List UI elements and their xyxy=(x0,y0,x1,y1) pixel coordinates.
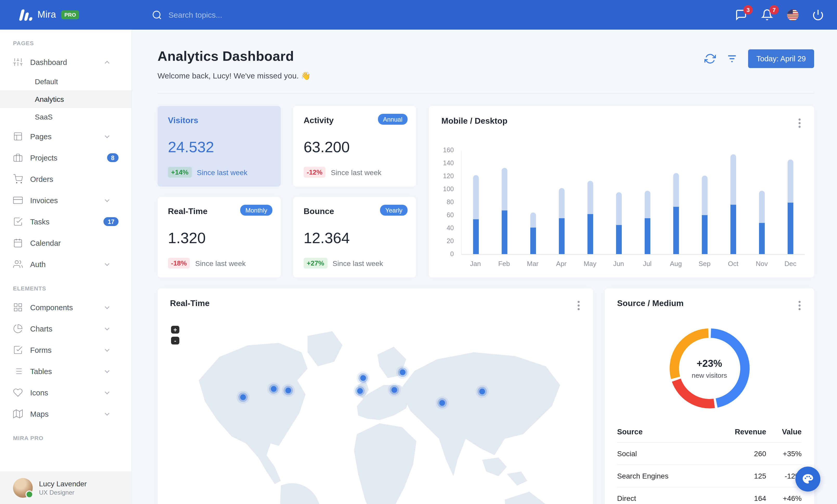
realtime-map-card: Real-Time + - xyxy=(158,288,593,504)
chevron-down-icon xyxy=(103,196,111,204)
heart-icon xyxy=(13,388,23,397)
stat-card-realtime: Real-Time Monthly 1.320 -18% Since last … xyxy=(158,197,281,278)
pie-chart-icon xyxy=(13,324,23,334)
notifications-button[interactable]: 7 xyxy=(761,8,773,21)
language-flag-us[interactable] xyxy=(787,9,799,20)
header-divider xyxy=(158,93,814,94)
main-content: Analytics Dashboard Welcome back, Lucy! … xyxy=(132,30,837,504)
sidebar-item-pages[interactable]: Pages xyxy=(0,126,131,147)
app-root: Mira PRO 3 7 Pages Dashboard xyxy=(0,0,837,504)
sidebar-item-charts[interactable]: Charts xyxy=(0,318,131,339)
projects-count-badge: 8 xyxy=(107,153,119,162)
delta-badge: +14% xyxy=(168,167,192,178)
map-zoom-in-button[interactable]: + xyxy=(171,326,179,334)
chevron-down-icon xyxy=(103,388,111,397)
x-tick-label: Nov xyxy=(748,260,776,267)
messages-button[interactable]: 3 xyxy=(735,8,748,21)
more-options-icon[interactable] xyxy=(798,299,802,312)
column-header-source: Source xyxy=(617,423,710,443)
table-row: Search Engines 125 -12% xyxy=(617,465,802,487)
sidebar-item-saas[interactable]: SaaS xyxy=(0,108,131,126)
bar-group xyxy=(748,190,776,254)
users-icon xyxy=(13,259,23,269)
sidebar-item-maps[interactable]: Maps xyxy=(0,403,131,425)
sidebar-item-orders[interactable]: Orders xyxy=(0,168,131,190)
brand[interactable]: Mira PRO xyxy=(0,9,132,20)
top-row: Visitors 24.532 +14% Since last week Act… xyxy=(158,106,814,278)
map-card-title: Real-Time xyxy=(170,299,210,308)
stat-card-bounce: Bounce Yearly 12.364 +27% Since last wee… xyxy=(293,197,416,278)
map-zoom-out-button[interactable]: - xyxy=(171,337,179,344)
sidebar-user[interactable]: Lucy Lavender UX Designer xyxy=(0,471,131,504)
sidebar-item-default[interactable]: Default xyxy=(0,73,131,90)
sign-out-button[interactable] xyxy=(812,8,824,21)
pro-badge: PRO xyxy=(61,11,79,19)
refresh-icon[interactable] xyxy=(705,53,716,64)
y-tick-label: 80 xyxy=(447,199,454,206)
x-tick-label: Dec xyxy=(776,260,805,267)
bar-group xyxy=(662,173,690,254)
sidebar-item-tasks[interactable]: Tasks 17 xyxy=(0,211,131,232)
sidebar-item-calendar[interactable]: Calendar xyxy=(0,232,131,254)
bar-group xyxy=(776,159,805,254)
sidebar-item-analytics[interactable]: Analytics xyxy=(0,90,131,108)
x-tick-label: Jan xyxy=(461,260,490,267)
sidebar-item-icons[interactable]: Icons xyxy=(0,382,131,403)
more-options-icon[interactable] xyxy=(798,116,802,130)
map-marker[interactable] xyxy=(360,375,366,381)
stat-caption: Since last week xyxy=(195,259,246,267)
map-marker[interactable] xyxy=(240,394,246,400)
bottom-row: Real-Time + - xyxy=(158,288,814,504)
map-marker[interactable] xyxy=(400,369,406,375)
period-pill[interactable]: Annual xyxy=(378,114,408,125)
sliders-icon xyxy=(13,57,23,67)
welcome-message: Welcome back, Lucy! We've missed you. 👋 xyxy=(158,71,814,80)
y-tick-label: 140 xyxy=(443,160,454,167)
x-tick-label: Sep xyxy=(690,260,719,267)
bar-chart-y-axis: 020406080100120140160 xyxy=(441,150,457,254)
bar-group xyxy=(633,190,662,254)
shopping-cart-icon xyxy=(13,174,23,184)
map-marker[interactable] xyxy=(391,387,397,393)
navbar-search xyxy=(152,10,735,20)
sidebar-item-tables[interactable]: Tables xyxy=(0,360,131,382)
map-marker[interactable] xyxy=(271,386,277,392)
stat-card-visitors: Visitors 24.532 +14% Since last week xyxy=(158,106,281,187)
x-tick-label: Jul xyxy=(633,260,661,267)
stat-value: 1.320 xyxy=(168,230,270,247)
y-tick-label: 20 xyxy=(447,238,454,245)
sidebar-item-auth[interactable]: Auth xyxy=(0,254,131,275)
theme-settings-button[interactable] xyxy=(796,467,820,491)
more-options-icon[interactable] xyxy=(576,299,581,312)
sidebar: Pages Dashboard Default Analytics SaaS P… xyxy=(0,30,132,504)
period-pill[interactable]: Yearly xyxy=(380,205,408,216)
column-header-revenue: Revenue xyxy=(710,423,766,443)
search-input[interactable] xyxy=(168,11,324,19)
sidebar-item-forms[interactable]: Forms xyxy=(0,339,131,360)
x-tick-label: Oct xyxy=(719,260,747,267)
sidebar-item-invoices[interactable]: Invoices xyxy=(0,190,131,211)
header-actions: Today: April 29 xyxy=(705,49,814,68)
table-row: Social 260 +35% xyxy=(617,443,802,465)
sidebar-section-pages: Pages xyxy=(0,30,131,52)
x-tick-label: Apr xyxy=(547,260,575,267)
chevron-down-icon xyxy=(103,410,111,418)
sidebar-item-dashboard[interactable]: Dashboard xyxy=(0,52,131,73)
chevron-down-icon xyxy=(103,346,111,354)
donut-chart: +23% new visitors xyxy=(665,324,754,413)
sidebar-item-projects[interactable]: Projects 8 xyxy=(0,147,131,168)
filter-icon[interactable] xyxy=(726,53,738,64)
stat-card-activity: Activity Annual 63.200 -12% Since last w… xyxy=(293,106,416,187)
y-tick-label: 100 xyxy=(443,186,454,193)
notifications-count-badge: 7 xyxy=(769,5,779,14)
bar-group xyxy=(576,181,605,254)
stat-caption: Since last week xyxy=(197,168,247,176)
top-navbar: Mira PRO 3 7 xyxy=(0,0,837,30)
sidebar-item-components[interactable]: Components xyxy=(0,297,131,318)
grid-icon xyxy=(13,302,23,312)
date-range-button[interactable]: Today: April 29 xyxy=(748,49,814,68)
check-square-icon xyxy=(13,345,23,355)
period-pill[interactable]: Monthly xyxy=(240,205,272,216)
world-map: + - xyxy=(170,320,581,504)
x-tick-label: Mar xyxy=(518,260,547,267)
